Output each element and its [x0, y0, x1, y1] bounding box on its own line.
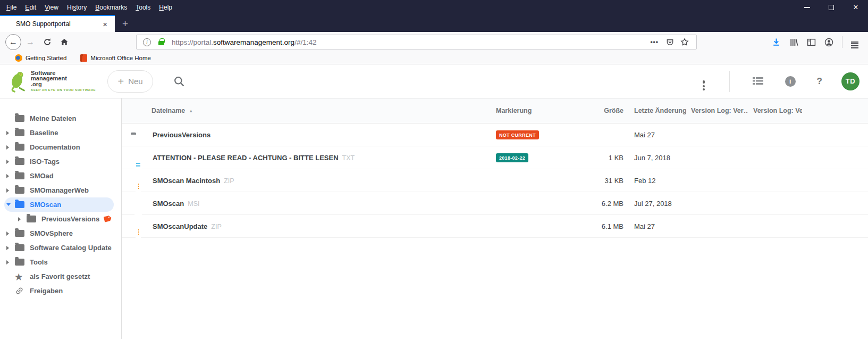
maximize-button[interactable]	[819, 0, 844, 15]
folder-icon	[15, 259, 24, 266]
back-button[interactable]: ←	[5, 34, 21, 50]
list-view-icon[interactable]	[752, 76, 764, 87]
file-name[interactable]: SMOscan Macintosh	[153, 177, 220, 185]
menu-tools[interactable]: Tools	[131, 4, 155, 11]
status-badge: NOT CURRENT	[496, 130, 539, 139]
pocket-icon[interactable]	[666, 38, 674, 46]
sidebar-item-smoad[interactable]: SMOad	[4, 169, 114, 183]
app-logo[interactable]: Software management .org KEEP AN EYE ON …	[7, 70, 96, 93]
menu-help[interactable]: Help	[155, 4, 176, 11]
caret-right-icon[interactable]	[18, 217, 27, 221]
site-info-icon[interactable]: i	[143, 38, 151, 46]
file-name[interactable]: PreviousVersions	[153, 131, 210, 139]
sort-ascending-icon[interactable]: ▲	[189, 109, 193, 113]
reload-icon	[43, 38, 52, 46]
library-icon[interactable]	[789, 38, 798, 47]
sidebars-icon[interactable]	[807, 38, 816, 47]
folder-icon	[15, 158, 24, 165]
minimize-icon	[804, 7, 810, 8]
help-icon[interactable]: ?	[817, 76, 822, 87]
minimize-button[interactable]	[795, 0, 819, 15]
menu-file[interactable]: File	[2, 4, 21, 11]
downloads-icon[interactable]	[772, 38, 781, 47]
reload-button[interactable]	[39, 34, 55, 50]
table-row[interactable]: SMOscan MacintoshZIP 31 KB Feb 12	[122, 169, 868, 192]
sidebar-item-label: Software Catalog Update	[30, 244, 112, 252]
menu-history[interactable]: History	[63, 4, 91, 11]
sidebar-item-meine-dateien[interactable]: Meine Dateien	[4, 111, 114, 126]
menu-edit[interactable]: Edit	[21, 4, 40, 11]
new-button[interactable]: + Neu	[107, 70, 153, 93]
column-groesse[interactable]: Größe	[586, 107, 623, 114]
share-link-icon	[15, 286, 24, 296]
file-name[interactable]: SMOscanUpdate	[153, 222, 207, 230]
tab-close-icon[interactable]: ×	[100, 20, 109, 29]
file-name[interactable]: ATTENTION - PLEASE READ - ACHTUNG - BITT…	[153, 154, 339, 162]
bookmark-microsoft-office-home[interactable]: Microsoft Office Home	[80, 54, 151, 62]
file-size: 6.1 MB	[586, 222, 623, 230]
menu-hamburger-icon[interactable]	[851, 40, 858, 44]
caret-right-icon[interactable]	[6, 145, 15, 150]
logo-line3: .org	[31, 81, 96, 87]
new-tab-button[interactable]: +	[115, 18, 136, 32]
sidebar-item-smovsphere[interactable]: SMOvSphere	[4, 226, 114, 241]
sidebar-item-tools[interactable]: Tools	[4, 255, 114, 269]
plus-icon: +	[117, 76, 124, 87]
caret-right-icon[interactable]	[6, 231, 15, 236]
sidebar-item-favoriten[interactable]: ★ als Favorit gesetzt	[4, 269, 114, 284]
sidebar-item-previousversions[interactable]: PreviousVersions	[4, 212, 114, 226]
sidebar-item-baseline[interactable]: Baseline	[4, 126, 114, 140]
avatar[interactable]: TD	[841, 72, 859, 90]
column-version-log-2[interactable]: Version Log: Ver…	[748, 107, 802, 114]
info-icon[interactable]: i	[785, 76, 796, 87]
account-icon[interactable]	[824, 38, 833, 47]
toolbar-separator	[842, 36, 842, 48]
sidebar-item-freigaben[interactable]: Freigaben	[4, 284, 114, 298]
sidebar-item-smoscan[interactable]: SMOscan	[4, 197, 114, 212]
close-button[interactable]: ×	[844, 0, 868, 15]
caret-right-icon[interactable]	[6, 188, 15, 193]
menu-bookmarks[interactable]: Bookmarks	[91, 4, 131, 11]
forward-button[interactable]: →	[22, 34, 38, 50]
search-icon[interactable]	[173, 76, 185, 87]
sidebar-item-label: Freigaben	[30, 287, 63, 295]
page-actions-icon[interactable]: •••	[646, 38, 663, 46]
caret-right-icon[interactable]	[6, 131, 15, 135]
table-row[interactable]: SMOscanUpdateZIP 6.1 MB Mai 27	[122, 215, 868, 238]
caret-right-icon[interactable]	[6, 246, 15, 250]
tab-title: SMO Supportportal	[16, 20, 100, 28]
bookmark-getting-started[interactable]: Getting Started	[15, 54, 66, 62]
table-row[interactable]: ATTENTION - PLEASE READ - ACHTUNG - BITT…	[122, 146, 868, 169]
sidebar-item-label: Tools	[30, 258, 48, 266]
app-header-actions: i ? TD	[692, 71, 859, 92]
new-button-label: Neu	[128, 77, 143, 86]
sidebar-item-documentation[interactable]: Documentation	[4, 140, 114, 154]
column-letzte-aenderung[interactable]: Letzte Änderung	[623, 107, 686, 114]
sidebar-item-smomanagerweb[interactable]: SMOmanagerWeb	[4, 183, 114, 197]
url-text[interactable]: https://portal.softwaremanagement.org/#/…	[172, 38, 646, 46]
folder-icon	[15, 201, 24, 208]
caret-right-icon[interactable]	[6, 260, 15, 264]
file-name[interactable]: SMOscan	[153, 200, 184, 208]
star-icon: ★	[15, 273, 24, 280]
caret-right-icon[interactable]	[6, 160, 15, 164]
menu-view[interactable]: View	[40, 4, 63, 11]
tab-smo-supportportal[interactable]: SMO Supportportal ×	[0, 15, 115, 32]
caret-down-icon[interactable]	[6, 203, 15, 206]
sidebar-item-software-catalog-update[interactable]: Software Catalog Update	[4, 241, 114, 255]
tab-bar: SMO Supportportal × +	[0, 15, 868, 32]
bookmark-star-icon[interactable]	[680, 38, 689, 46]
chameleon-logo-icon	[7, 70, 28, 93]
secure-lock-icon[interactable]	[158, 41, 164, 45]
home-button[interactable]	[56, 34, 72, 50]
sidebar-item-iso-tags[interactable]: ISO-Tags	[4, 154, 114, 169]
column-dateiname[interactable]: Dateiname ▲	[122, 107, 496, 114]
column-version-log-1[interactable]: Version Log: Ver…	[686, 107, 748, 114]
url-bar[interactable]: i https://portal.softwaremanagement.org/…	[136, 35, 697, 49]
table-row[interactable]: SMOscanMSI 6.2 MB Jul 27, 2018	[122, 192, 868, 215]
more-options-kebab-icon[interactable]	[703, 79, 705, 84]
caret-right-icon[interactable]	[6, 174, 15, 178]
table-row[interactable]: PreviousVersions NOT CURRENT Mai 27	[122, 123, 868, 146]
file-modified: Jul 27, 2018	[623, 200, 686, 208]
column-markierung[interactable]: Markierung	[496, 107, 586, 114]
